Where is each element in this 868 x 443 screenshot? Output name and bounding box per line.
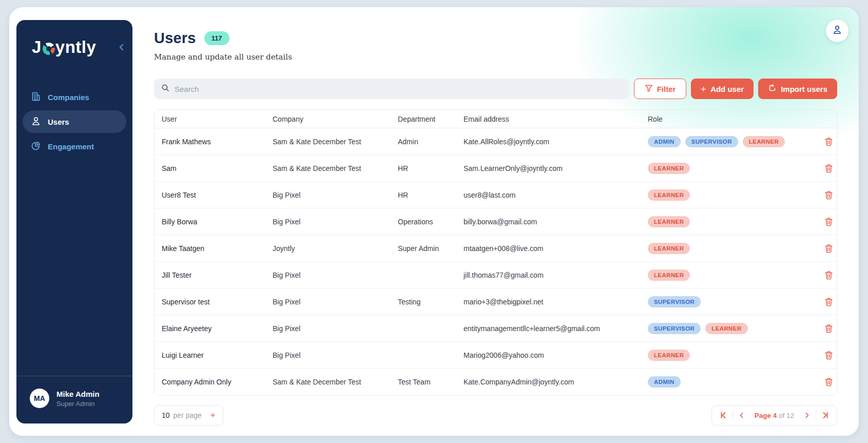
plus-icon: +	[701, 84, 706, 94]
table-row[interactable]: Frank Mathews Sam & Kate December Test A…	[155, 128, 837, 155]
role-badge: SUPERVISOR	[648, 296, 701, 307]
role-badge: LEARNER	[705, 323, 747, 334]
cell-email: entitymanagementllc+learner5@gmail.com	[456, 324, 641, 333]
cell-email: jill.thomas77@gmail.com	[456, 271, 641, 279]
cell-actions	[817, 164, 837, 173]
page-indicator: Page 4 of 12	[750, 412, 798, 419]
user-count-badge: 117	[204, 31, 229, 45]
current-page-label: Page 4	[755, 412, 777, 419]
toolbar: Filter + Add user Import users	[154, 79, 837, 99]
main-content: Users 117 Manage and update all user det…	[154, 7, 837, 426]
import-users-button-label: Import users	[781, 85, 827, 93]
delete-user-button[interactable]	[824, 137, 833, 146]
per-page-selector[interactable]: 10 per page +	[154, 405, 223, 426]
filter-button-label: Filter	[657, 85, 676, 93]
cell-company: Big Pixel	[265, 271, 391, 279]
table-row[interactable]: User8 Test Big Pixel HR user8@last.com L…	[155, 182, 837, 208]
cell-roles: ADMINSUPERVISORLEARNER	[641, 136, 817, 147]
profile-name: Mike Admin	[56, 390, 100, 398]
cell-company: Big Pixel	[265, 298, 391, 306]
sidebar-profile[interactable]: MA Mike Admin Super Admin	[16, 376, 132, 423]
account-menu-button[interactable]	[826, 20, 848, 42]
per-page-label: per page	[173, 411, 202, 419]
role-badge: SUPERVISOR	[648, 323, 701, 334]
cell-company: Joyntly	[265, 244, 391, 253]
search-input[interactable]	[175, 85, 622, 93]
brand-wordmark: Jyntly	[32, 37, 96, 57]
import-users-button[interactable]: Import users	[758, 79, 837, 99]
table-row[interactable]: Luigi Learner Big Pixel Mariog2006@yahoo…	[155, 342, 837, 369]
cell-email: Kate.AllRoles@joyntly.com	[456, 138, 641, 146]
role-badge: LEARNER	[648, 269, 690, 281]
last-page-button[interactable]	[816, 405, 834, 426]
cell-user: User8 Test	[155, 191, 265, 199]
delete-user-button[interactable]	[824, 244, 833, 253]
cell-actions	[817, 244, 837, 253]
cell-company: Sam & Kate December Test	[265, 378, 391, 386]
cell-roles: LEARNER	[641, 189, 817, 201]
cell-company: Big Pixel	[265, 191, 391, 199]
delete-user-button[interactable]	[824, 190, 833, 200]
users-table: User Company Department Email address Ro…	[154, 109, 837, 396]
role-badge: LEARNER	[648, 243, 690, 254]
table-row[interactable]: Jill Tester Big Pixel jill.thomas77@gmai…	[155, 262, 837, 288]
delete-user-button[interactable]	[824, 324, 833, 333]
sidebar-item-label: Engagement	[48, 142, 94, 151]
filter-button[interactable]: Filter	[634, 79, 686, 99]
cell-email: Sam.LearnerOnly@joyntly.com	[456, 164, 641, 172]
first-page-button[interactable]	[715, 405, 732, 426]
table-row[interactable]: Sam Sam & Kate December Test HR Sam.Lear…	[155, 155, 837, 182]
table-header-row: User Company Department Email address Ro…	[155, 110, 837, 128]
delete-user-button[interactable]	[824, 217, 833, 226]
cell-user: Luigi Learner	[155, 351, 265, 359]
import-icon	[768, 84, 777, 94]
sidebar-item-engagement[interactable]: Engagement	[23, 135, 126, 158]
previous-page-button[interactable]	[733, 405, 750, 426]
cell-actions	[817, 324, 837, 333]
role-badge: ADMIN	[648, 136, 681, 147]
cell-company: Sam & Kate December Test	[265, 138, 391, 146]
pagination: Page 4 of 12	[711, 405, 837, 426]
next-page-button[interactable]	[798, 405, 816, 426]
table-row[interactable]: Company Admin Only Sam & Kate December T…	[155, 369, 837, 395]
cell-department: Admin	[391, 138, 456, 146]
cell-user: Sam	[155, 164, 265, 172]
cell-email: Kate.CompanyAdmin@joyntly.com	[456, 378, 641, 386]
table-body: Frank Mathews Sam & Kate December Test A…	[155, 128, 837, 395]
cell-user: Jill Tester	[155, 271, 265, 279]
cell-email: user8@last.com	[456, 191, 641, 199]
delete-user-button[interactable]	[824, 351, 833, 360]
table-row[interactable]: Elaine Aryeetey Big Pixel entitymanageme…	[155, 315, 837, 342]
delete-user-button[interactable]	[824, 377, 833, 387]
per-page-increase-icon[interactable]: +	[210, 410, 216, 420]
cell-email: mario+3@thebigpixel.net	[456, 298, 641, 306]
delete-user-button[interactable]	[824, 297, 833, 306]
role-badge: LEARNER	[648, 189, 690, 201]
add-user-button[interactable]: + Add user	[691, 79, 754, 99]
delete-user-button[interactable]	[824, 271, 833, 280]
cell-company: Sam & Kate December Test	[265, 164, 391, 172]
column-header-company: Company	[265, 115, 391, 123]
column-header-role: Role	[641, 115, 817, 123]
sidebar-item-users[interactable]: Users	[23, 110, 126, 133]
sidebar-item-companies[interactable]: Companies	[23, 86, 126, 108]
cell-roles: LEARNER	[641, 163, 817, 174]
page-subtitle: Manage and update all user details	[154, 52, 837, 62]
cell-user: Frank Mathews	[155, 138, 265, 146]
table-row[interactable]: Supervisor test Big Pixel Testing mario+…	[155, 288, 837, 315]
collapse-sidebar-icon[interactable]	[119, 44, 124, 51]
brand-text-left: J	[32, 37, 42, 57]
cell-email: Mariog2006@yahoo.com	[456, 351, 641, 359]
table-row[interactable]: Billy Borwa Big Pixel Operations billy.b…	[155, 208, 837, 235]
cell-actions	[817, 351, 837, 360]
delete-user-button[interactable]	[824, 164, 833, 173]
cell-actions	[817, 377, 837, 387]
cell-user: Mike Taatgen	[155, 244, 265, 253]
cell-roles: SUPERVISOR	[641, 296, 817, 307]
cell-actions	[817, 137, 837, 146]
add-user-button-label: Add user	[710, 85, 744, 93]
avatar: MA	[30, 389, 49, 408]
table-row[interactable]: Mike Taatgen Joyntly Super Admin mtaatge…	[155, 235, 837, 262]
cell-roles: SUPERVISORLEARNER	[641, 323, 817, 334]
person-icon	[832, 24, 843, 37]
